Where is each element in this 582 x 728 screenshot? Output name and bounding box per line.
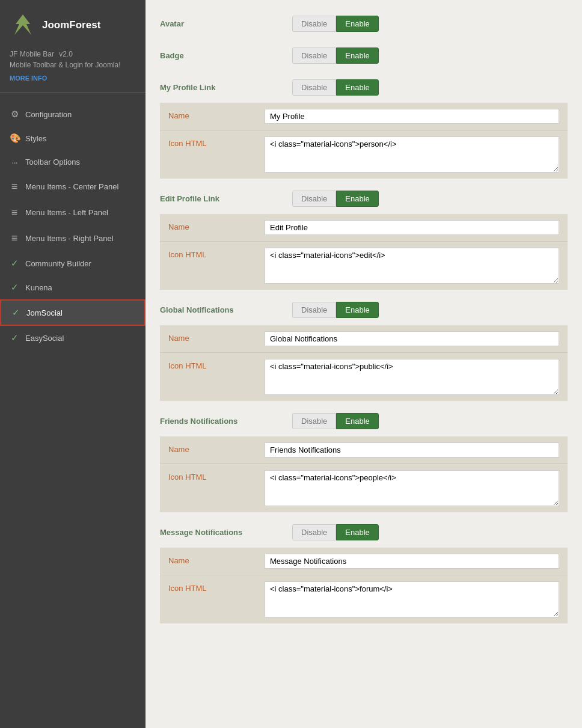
friends-notifications-name-label: Name <box>168 442 265 454</box>
menu-icon <box>10 206 19 219</box>
check-icon <box>10 282 19 293</box>
avatar-disable-button[interactable]: Disable <box>292 16 336 32</box>
main-content: Avatar Disable Enable Badge Disable Enab… <box>146 0 582 728</box>
joomforest-logo-icon <box>10 12 36 38</box>
sidebar-item-label: Menu Items - Left Panel <box>25 208 108 217</box>
app-title: JF Mobile Bar v2.0 <box>10 48 136 58</box>
my-profile-link-disable-button[interactable]: Disable <box>292 79 336 96</box>
sidebar-item-menu-left[interactable]: Menu Items - Left Panel <box>0 200 146 225</box>
sidebar-item-label: EasySocial <box>25 334 64 343</box>
my-profile-link-name-label: Name <box>168 109 265 120</box>
check-icon <box>11 307 20 318</box>
edit-profile-link-label: Edit Profile Link <box>160 194 292 203</box>
sidebar-item-jomsocial[interactable]: JomSocial <box>0 299 146 326</box>
edit-profile-link-enable-button[interactable]: Enable <box>336 191 378 207</box>
global-notifications-name-row: Name <box>160 325 568 353</box>
sidebar-item-label: Community Builder <box>25 259 91 268</box>
message-notifications-toggle-group: Disable Enable <box>292 524 379 540</box>
my-profile-link-icon-textarea[interactable]: <i class="material-icons">person</i> <box>265 136 559 173</box>
friends-notifications-sub-panel: Name Icon HTML <i class="material-icons"… <box>160 436 568 512</box>
avatar-toggle-row: Avatar Disable Enable <box>160 12 568 35</box>
global-notifications-enable-button[interactable]: Enable <box>336 302 378 318</box>
menu-icon <box>10 232 19 245</box>
sidebar-item-community-builder[interactable]: Community Builder <box>0 251 146 275</box>
global-notifications-name-input[interactable] <box>265 331 559 346</box>
sidebar-item-label: Menu Items - Center Panel <box>25 182 118 191</box>
app-info: JF Mobile Bar v2.0 Mobile Toolbar & Logi… <box>0 48 146 93</box>
message-notifications-icon-textarea[interactable]: <i class="material-icons">forum</i> <box>265 581 559 617</box>
edit-profile-link-toggle-group: Disable Enable <box>292 191 379 207</box>
my-profile-link-name-row: Name <box>160 103 568 130</box>
friends-notifications-name-input[interactable] <box>265 442 559 457</box>
message-notifications-icon-row: Icon HTML <i class="material-icons">foru… <box>160 575 568 623</box>
more-info-link[interactable]: MORE INFO <box>10 75 47 82</box>
sidebar: JoomForest JF Mobile Bar v2.0 Mobile Too… <box>0 0 146 728</box>
friends-notifications-enable-button[interactable]: Enable <box>336 413 378 429</box>
global-notifications-name-label: Name <box>168 331 265 343</box>
badge-disable-button[interactable]: Disable <box>292 47 336 64</box>
friends-notifications-toggle-group: Disable Enable <box>292 413 379 429</box>
friends-notifications-label: Friends Notifications <box>160 417 292 426</box>
dots-icon <box>10 157 19 167</box>
sidebar-item-label: Kunena <box>25 283 52 292</box>
sidebar-item-label: Toolbar Options <box>25 158 80 167</box>
message-notifications-name-input[interactable] <box>265 554 559 569</box>
check-icon <box>10 332 19 343</box>
global-notifications-toggle-row: Global Notifications Disable Enable <box>160 298 568 322</box>
global-notifications-label: Global Notifications <box>160 305 292 314</box>
friends-notifications-toggle-row: Friends Notifications Disable Enable <box>160 409 568 433</box>
message-notifications-block: Message Notifications Disable Enable Nam… <box>160 521 568 623</box>
sidebar-item-configuration[interactable]: Configuration <box>0 102 146 126</box>
global-notifications-disable-button[interactable]: Disable <box>292 302 336 318</box>
check-icon <box>10 258 19 269</box>
edit-profile-link-icon-textarea[interactable]: <i class="material-icons">edit</i> <box>265 248 559 284</box>
edit-profile-link-name-input[interactable] <box>265 220 559 235</box>
my-profile-link-icon-row: Icon HTML <i class="material-icons">pers… <box>160 130 568 179</box>
message-notifications-label: Message Notifications <box>160 528 292 537</box>
avatar-enable-button[interactable]: Enable <box>336 16 378 32</box>
message-notifications-enable-button[interactable]: Enable <box>336 524 378 540</box>
my-profile-link-label: My Profile Link <box>160 83 292 92</box>
global-notifications-icon-row: Icon HTML <i class="material-icons">publ… <box>160 353 568 401</box>
sidebar-item-kunena[interactable]: Kunena <box>0 275 146 299</box>
avatar-label: Avatar <box>160 19 292 28</box>
friends-notifications-disable-button[interactable]: Disable <box>292 413 336 429</box>
sidebar-item-menu-right[interactable]: Menu Items - Right Panel <box>0 225 146 251</box>
sidebar-item-easysocial[interactable]: EasySocial <box>0 326 146 350</box>
sidebar-item-toolbar-options[interactable]: Toolbar Options <box>0 150 146 174</box>
avatar-toggle-group: Disable Enable <box>292 16 379 32</box>
message-notifications-disable-button[interactable]: Disable <box>292 524 336 540</box>
global-notifications-sub-panel: Name Icon HTML <i class="material-icons"… <box>160 325 568 401</box>
global-notifications-toggle-group: Disable Enable <box>292 302 379 318</box>
badge-label: Badge <box>160 51 292 60</box>
message-notifications-sub-panel: Name Icon HTML <i class="material-icons"… <box>160 548 568 623</box>
friends-notifications-icon-textarea[interactable]: <i class="material-icons">people</i> <box>265 470 559 506</box>
friends-notifications-icon-label: Icon HTML <box>168 470 265 482</box>
sidebar-item-menu-center[interactable]: Menu Items - Center Panel <box>0 174 146 200</box>
edit-profile-link-toggle-row: Edit Profile Link Disable Enable <box>160 187 568 210</box>
edit-profile-link-disable-button[interactable]: Disable <box>292 191 336 207</box>
sidebar-item-label: Styles <box>25 134 46 143</box>
sidebar-item-label: Configuration <box>25 110 72 119</box>
edit-profile-link-name-label: Name <box>168 220 265 231</box>
edit-profile-link-icon-label: Icon HTML <box>168 248 265 259</box>
edit-profile-link-block: Edit Profile Link Disable Enable Name Ic… <box>160 187 568 290</box>
app-subtitle: Mobile Toolbar & Login for Joomla! <box>10 61 136 69</box>
badge-enable-button[interactable]: Enable <box>336 47 378 64</box>
message-notifications-name-row: Name <box>160 548 568 575</box>
my-profile-link-name-input[interactable] <box>265 109 559 124</box>
message-notifications-icon-label: Icon HTML <box>168 581 265 593</box>
gear-icon <box>10 109 19 120</box>
message-notifications-toggle-row: Message Notifications Disable Enable <box>160 521 568 544</box>
edit-profile-link-sub-panel: Name Icon HTML <i class="material-icons"… <box>160 214 568 290</box>
sidebar-navigation: Configuration Styles Toolbar Options Men… <box>0 97 146 355</box>
global-notifications-icon-label: Icon HTML <box>168 359 265 370</box>
sidebar-item-styles[interactable]: Styles <box>0 126 146 150</box>
my-profile-link-sub-panel: Name Icon HTML <i class="material-icons"… <box>160 103 568 179</box>
global-notifications-icon-textarea[interactable]: <i class="material-icons">public</i> <box>265 359 559 395</box>
friends-notifications-icon-row: Icon HTML <i class="material-icons">peop… <box>160 464 568 512</box>
my-profile-link-enable-button[interactable]: Enable <box>336 79 378 96</box>
sidebar-item-label: Menu Items - Right Panel <box>25 234 114 243</box>
friends-notifications-name-row: Name <box>160 436 568 464</box>
friends-notifications-block: Friends Notifications Disable Enable Nam… <box>160 409 568 512</box>
